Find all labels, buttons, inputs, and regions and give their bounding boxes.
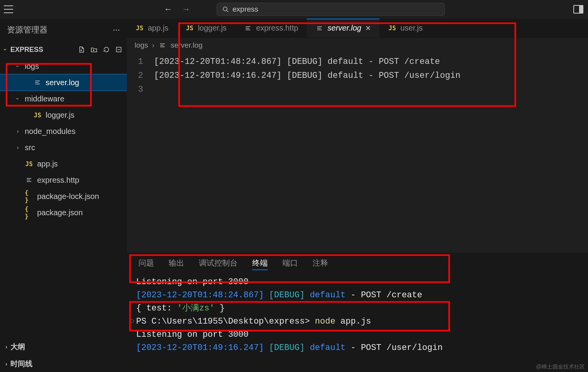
svg-line-1 — [227, 10, 228, 12]
tab-label: server.log — [328, 24, 361, 33]
outline-label: 大纲 — [10, 342, 25, 352]
json-icon: { } — [25, 189, 33, 204]
chevron-down-icon: › — [2, 49, 9, 51]
command-search[interactable]: express — [217, 3, 445, 16]
titlebar: ← → express — [0, 0, 588, 19]
tab-output[interactable]: 输出 — [169, 252, 184, 273]
editor-tab[interactable]: JSuser.js — [379, 19, 431, 38]
editor-tabs: JSapp.jsJSlogger.jsexpress.httpserver.lo… — [127, 19, 588, 38]
outline-section[interactable]: › 大纲 — [0, 338, 127, 355]
breadcrumb-item[interactable]: server.log — [171, 41, 202, 50]
editor-tab[interactable]: express.http — [235, 19, 307, 38]
explorer-sidebar: 资源管理器 ··· › EXPRESS ›logsserver.log›midd… — [0, 19, 127, 372]
tree-item[interactable]: JSapp.js — [0, 156, 127, 172]
editor-area: JSapp.jsJSlogger.jsexpress.httpserver.lo… — [127, 19, 588, 372]
breadcrumb[interactable]: logs › server.log — [127, 38, 588, 53]
new-folder-icon[interactable] — [91, 46, 97, 53]
tree-item[interactable]: { }package-lock.json — [0, 188, 127, 204]
toggle-layout-icon[interactable] — [573, 5, 583, 14]
code-editor[interactable]: 123 [2023-12-20T01:48:24.867] [DEBUG] de… — [127, 53, 588, 252]
timeline-section[interactable]: › 时间线 — [0, 355, 127, 372]
tree-item-label: express.http — [37, 176, 79, 185]
tab-label: logger.js — [198, 24, 227, 33]
bottom-panel: 问题 输出 调试控制台 终端 端口 注释 Listening on port 3… — [127, 252, 588, 372]
more-icon[interactable]: ··· — [113, 25, 120, 35]
breadcrumb-item[interactable]: logs — [135, 41, 148, 50]
tree-item[interactable]: ›node_modules — [0, 123, 127, 139]
js-icon: JS — [25, 160, 33, 168]
tab-ports[interactable]: 端口 — [282, 252, 298, 273]
prompt-indicator-icon: ○ — [129, 315, 134, 328]
tree-item[interactable]: { }package.json — [0, 204, 127, 221]
line-gutter: 123 — [127, 55, 154, 252]
watermark: @稀土掘金技术社区 — [536, 363, 585, 370]
tree-item[interactable]: server.log — [0, 74, 127, 91]
code-content[interactable]: [2023-12-20T01:48:24.867] [DEBUG] defaul… — [154, 55, 460, 252]
js-icon: JS — [33, 111, 42, 119]
tree-item-label: src — [25, 143, 35, 152]
terminal-output[interactable]: Listening on port 3000[2023-12-20T01:48:… — [127, 273, 588, 372]
nav-back-icon[interactable]: ← — [164, 4, 173, 14]
tab-annotations[interactable]: 注释 — [313, 252, 328, 273]
explorer-header: 资源管理器 ··· — [0, 19, 127, 41]
tree-item-label: logs — [25, 62, 39, 71]
explorer-title: 资源管理器 — [7, 24, 48, 35]
terminal-line: ​ — [136, 355, 588, 368]
tab-label: user.js — [400, 24, 423, 33]
chevron-right-icon: › — [15, 128, 21, 134]
tree-item-label: package-lock.json — [37, 192, 99, 201]
search-value: express — [232, 5, 258, 14]
tab-problems[interactable]: 问题 — [138, 252, 154, 273]
terminal-line: Listening on port 3000 — [136, 328, 588, 341]
nav-forward-icon[interactable]: → — [182, 4, 190, 14]
editor-tab[interactable]: JSapp.js — [127, 19, 177, 38]
terminal-line: ○PS C:\Users\11955\Desktop\express> node… — [136, 315, 588, 328]
chevron-right-icon: › — [152, 41, 154, 50]
chevron-right-icon: › — [15, 144, 21, 151]
project-section[interactable]: › EXPRESS — [0, 41, 127, 58]
file-tree: ›logsserver.log›middlewareJSlogger.js›no… — [0, 58, 127, 338]
refresh-icon[interactable] — [103, 46, 110, 53]
hamburger-menu-icon[interactable] — [3, 4, 14, 15]
editor-tab[interactable]: JSlogger.js — [177, 19, 235, 38]
file-icon — [158, 42, 167, 48]
terminal-line: Listening on port 3000 — [136, 276, 588, 289]
tree-item-label: middleware — [25, 94, 64, 103]
tree-item[interactable]: ›logs — [0, 58, 127, 74]
file-icon — [244, 25, 252, 31]
tab-terminal[interactable]: 终端 — [252, 252, 268, 273]
tree-item[interactable]: express.http — [0, 172, 127, 188]
tree-item-label: node_modules — [25, 127, 75, 136]
project-name: EXPRESS — [10, 46, 43, 54]
tab-label: app.js — [148, 24, 168, 33]
tree-item[interactable]: JSlogger.js — [0, 107, 127, 123]
tree-item-label: app.js — [37, 159, 58, 168]
collapse-icon[interactable] — [115, 46, 122, 53]
file-icon — [315, 25, 324, 31]
js-icon: JS — [388, 24, 397, 32]
tab-debug-console[interactable]: 调试控制台 — [199, 252, 238, 273]
file-icon — [33, 79, 42, 86]
chevron-right-icon: › — [5, 361, 7, 367]
tab-label: express.http — [256, 24, 298, 33]
json-icon: { } — [25, 205, 33, 220]
chevron-down-icon: › — [15, 63, 21, 69]
editor-tab[interactable]: server.log✕ — [307, 19, 379, 38]
tree-item[interactable]: ›src — [0, 139, 127, 156]
terminal-line: [2023-12-20T01:49:16.247] [DEBUG] defaul… — [136, 341, 588, 355]
chevron-right-icon: › — [5, 344, 7, 350]
svg-point-0 — [223, 7, 227, 11]
js-icon: JS — [185, 24, 194, 32]
search-icon — [222, 6, 229, 12]
tree-item[interactable]: ›middleware — [0, 91, 127, 107]
panel-tabs: 问题 输出 调试控制台 终端 端口 注释 — [127, 252, 588, 273]
js-icon: JS — [135, 24, 144, 32]
close-icon[interactable]: ✕ — [365, 24, 371, 33]
tree-item-label: server.log — [46, 78, 79, 87]
tree-item-label: logger.js — [46, 111, 75, 120]
new-file-icon[interactable] — [78, 46, 85, 53]
terminal-line: [2023-12-20T01:48:24.867] [DEBUG] defaul… — [136, 289, 588, 302]
timeline-label: 时间线 — [10, 359, 32, 369]
tree-item-label: package.json — [37, 208, 83, 217]
file-icon — [25, 177, 33, 183]
